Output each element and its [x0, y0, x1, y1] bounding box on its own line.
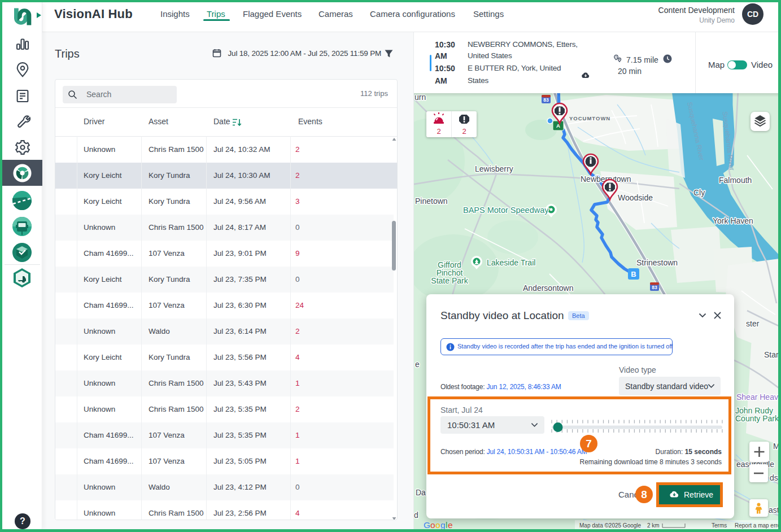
- svg-text:Andersontown: Andersontown: [523, 284, 574, 293]
- svg-text:BAPS Motor Speedway: BAPS Motor Speedway: [463, 206, 549, 215]
- svg-text:83: 83: [652, 285, 657, 290]
- svg-text:e: e: [415, 360, 420, 369]
- svg-text:Starv: Starv: [764, 350, 779, 359]
- svg-text:Falmouth: Falmouth: [719, 176, 752, 185]
- svg-text:83: 83: [543, 97, 549, 103]
- svg-text:York Haven: York Haven: [713, 216, 753, 225]
- svg-text:dst: dst: [770, 473, 779, 482]
- svg-text:State Park: State Park: [431, 276, 468, 285]
- svg-text:o: o: [435, 520, 440, 529]
- svg-text:2: 2: [462, 127, 466, 136]
- svg-text:2 km: 2 km: [647, 522, 660, 529]
- svg-text:YOCUMTOWN: YOCUMTOWN: [569, 115, 610, 121]
- svg-text:Pinetown: Pinetown: [415, 197, 448, 206]
- svg-text:Woodside: Woodside: [618, 193, 653, 202]
- svg-text:g: g: [440, 520, 446, 529]
- svg-text:G: G: [424, 520, 430, 529]
- svg-text:B: B: [631, 270, 636, 278]
- svg-text:d: d: [414, 511, 418, 520]
- svg-text:ast: ast: [769, 505, 779, 514]
- svg-text:Shear Heave: Shear Heave: [736, 393, 779, 402]
- svg-text:l: l: [446, 520, 447, 529]
- svg-text:o: o: [430, 520, 435, 529]
- svg-text:Cly: Cly: [693, 188, 705, 197]
- svg-text:Report a map error: Report a map error: [735, 522, 779, 529]
- svg-text:ster: ster: [746, 319, 760, 328]
- svg-text:Map data ©2025 Google: Map data ©2025 Google: [579, 522, 642, 529]
- svg-text:Da: Da: [416, 488, 426, 497]
- svg-text:e: e: [448, 520, 453, 529]
- svg-text:M: M: [773, 442, 779, 451]
- svg-text:County Park: County Park: [735, 414, 779, 423]
- svg-text:Strinestown: Strinestown: [636, 258, 678, 267]
- svg-text:Terms: Terms: [712, 522, 727, 529]
- svg-text:2: 2: [437, 127, 440, 136]
- svg-text:Lakeside Trail: Lakeside Trail: [487, 258, 535, 267]
- svg-text:Lewisberry: Lewisberry: [475, 164, 513, 173]
